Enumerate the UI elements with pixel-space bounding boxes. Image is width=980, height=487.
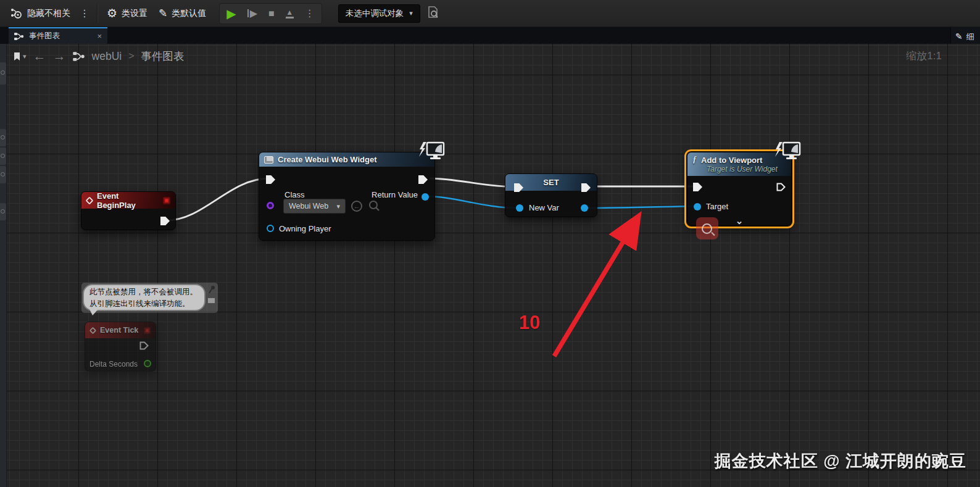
zoom-level-label: 缩放1:1 [906, 49, 942, 63]
use-selected-asset-button[interactable]: ← [351, 201, 362, 212]
event-diamond-icon [85, 196, 93, 204]
event-diamond-icon [89, 327, 97, 334]
magnifier-icon [368, 200, 380, 212]
watermark-text: 掘金技术社区 @ 江城开朗的豌豆 [715, 450, 966, 472]
graph-canvas[interactable]: ▾ ← → webUi > 事件图表 缩放1:1 [0, 44, 980, 487]
node-add-to-viewport[interactable]: ƒ Add to Viewport Target is User Widget … [687, 152, 792, 226]
breadcrumb-separator: > [128, 51, 134, 62]
browse-asset-button[interactable] [368, 200, 380, 214]
hide-unrelated-icon [10, 8, 23, 19]
owning-player-label: Owning Player [279, 224, 331, 233]
pin-bubble-icon[interactable] [208, 285, 216, 294]
stop-button[interactable]: ■ [263, 8, 280, 19]
bookmark-button[interactable]: ▾ [14, 52, 27, 61]
comment-line-1: 此节点被禁用，将不会被调用。 [89, 286, 199, 298]
exec-out-pin[interactable] [139, 341, 149, 350]
comment-bubble-body: 此节点被禁用，将不会被调用。 从引脚连出引线来编译功能。 [83, 284, 206, 311]
annotation-number: 10 [519, 312, 540, 334]
tab-event-graph[interactable]: 事件图表 × [9, 27, 107, 44]
node-event-beginplay[interactable]: Event BeginPlay [81, 191, 176, 230]
breadcrumb-root[interactable]: webUi [92, 50, 122, 63]
main-toolbar: 隐藏不相关 ⋮ ⚙ 类设置 ✎ 类默认值 ▶ ▶ ■ ▲ ⋮ 未选中调试对象 [0, 0, 980, 27]
left-panel-edge[interactable] [0, 44, 7, 487]
eject-button[interactable]: ▲ [280, 9, 299, 19]
class-pin[interactable] [267, 202, 274, 209]
find-in-blueprint-icon [426, 6, 440, 19]
node-title: Add to Viewport [701, 156, 762, 165]
newvar-out-pin[interactable] [581, 204, 588, 212]
gear-icon: ⚙ [107, 6, 117, 20]
hide-unrelated-button[interactable]: 隐藏不相关 [5, 3, 76, 24]
client-monitor-icon [417, 140, 446, 161]
disabled-node-comment-bubble: 此节点被禁用，将不会被调用。 从引脚连出引线来编译功能。 [81, 283, 218, 313]
frame-advance-button[interactable]: ▶ [242, 7, 263, 19]
node-header[interactable]: Event BeginPlay [81, 192, 175, 209]
find-in-blueprint-button[interactable] [426, 6, 440, 22]
node-header[interactable]: Event Tick [85, 322, 156, 338]
node-event-tick[interactable]: Event Tick Delta Seconds [85, 322, 156, 372]
chevron-down-icon: ▾ [336, 202, 340, 210]
class-pin-label: Class [284, 190, 305, 199]
exec-out-pin[interactable] [418, 175, 428, 184]
cursor-click-highlight [696, 217, 718, 239]
return-value-label: Return Value [372, 190, 418, 199]
node-subtitle: Target is User Widget [707, 165, 786, 173]
target-label: Target [706, 202, 728, 211]
debug-object-dropdown[interactable]: 未选中调试对象 ▾ [338, 4, 420, 23]
return-value-pin[interactable] [421, 193, 429, 201]
node-set-variable[interactable]: SET New Var [505, 173, 597, 217]
node-title: Create Webui Web Widget [278, 155, 376, 164]
breadcrumb: ▾ ← → webUi > 事件图表 [14, 46, 185, 66]
class-settings-label: 类设置 [122, 8, 147, 19]
newvar-label: New Var [529, 203, 559, 212]
tab-close-button[interactable]: × [97, 31, 102, 41]
tab-label: 事件图表 [29, 31, 92, 41]
debug-object-value: 未选中调试对象 [346, 8, 404, 19]
node-create-webui-web-widget[interactable]: Create Webui Web Widget Class Webui Web … [259, 152, 435, 241]
class-settings-button[interactable]: ⚙ 类设置 [101, 3, 153, 24]
exec-in-pin[interactable] [266, 175, 275, 184]
owning-player-pin[interactable] [267, 225, 274, 232]
client-monitor-icon [773, 140, 802, 161]
play-options-button[interactable]: ⋮ [299, 7, 320, 19]
class-defaults-button[interactable]: ✎ 类默认值 [153, 3, 212, 24]
left-strip-button [0, 203, 6, 220]
widget-icon [264, 156, 273, 164]
pencil-lines-icon: ✎ [159, 7, 167, 20]
comment-bubble-tail [89, 309, 98, 315]
event-debug-indicator-icon [163, 197, 170, 204]
target-pin[interactable] [694, 203, 701, 210]
play-button[interactable]: ▶ [221, 6, 241, 21]
exec-wire-beginplay-create[interactable] [167, 178, 269, 220]
newvar-in-pin[interactable] [516, 204, 523, 212]
left-strip-button [0, 166, 6, 183]
hide-unrelated-label: 隐藏不相关 [27, 8, 70, 19]
chevron-down-icon: ▾ [409, 9, 413, 17]
hide-unrelated-options-button[interactable]: ⋮ [76, 7, 93, 19]
class-select-value: Webui Web [289, 202, 331, 210]
class-select-dropdown[interactable]: Webui Web ▾ [283, 199, 346, 214]
exec-out-pin[interactable] [776, 183, 786, 191]
data-wire-newvar-target[interactable] [588, 206, 696, 208]
exec-out-pin[interactable] [160, 217, 170, 225]
graph-icon [73, 51, 85, 62]
graph-icon [14, 32, 24, 41]
toolbar-separator [97, 4, 98, 23]
node-title: SET [543, 178, 559, 187]
nav-forward-button[interactable]: → [53, 49, 66, 64]
exec-in-pin[interactable] [693, 183, 702, 191]
node-header[interactable]: Create Webui Web Widget [259, 152, 434, 167]
left-strip-button [0, 148, 6, 165]
blueprint-editor-window: 隐藏不相关 ⋮ ⚙ 类设置 ✎ 类默认值 ▶ ▶ ■ ▲ ⋮ 未选中调试对象 [0, 0, 980, 487]
delta-seconds-pin[interactable] [144, 360, 151, 367]
wire-layer [0, 44, 980, 487]
eject-icon: ▲ [286, 9, 294, 19]
document-tab-bar: 事件图表 × [0, 27, 980, 44]
breadcrumb-current[interactable]: 事件图表 [141, 49, 185, 64]
nav-back-button[interactable]: ← [33, 49, 46, 64]
frame-advance-bar [247, 9, 249, 17]
chevron-down-icon: ▾ [23, 52, 27, 60]
cursor-lens-handle [711, 232, 715, 236]
bookmark-icon [14, 52, 20, 61]
play-controls-group: ▶ ▶ ■ ▲ ⋮ [219, 3, 322, 24]
